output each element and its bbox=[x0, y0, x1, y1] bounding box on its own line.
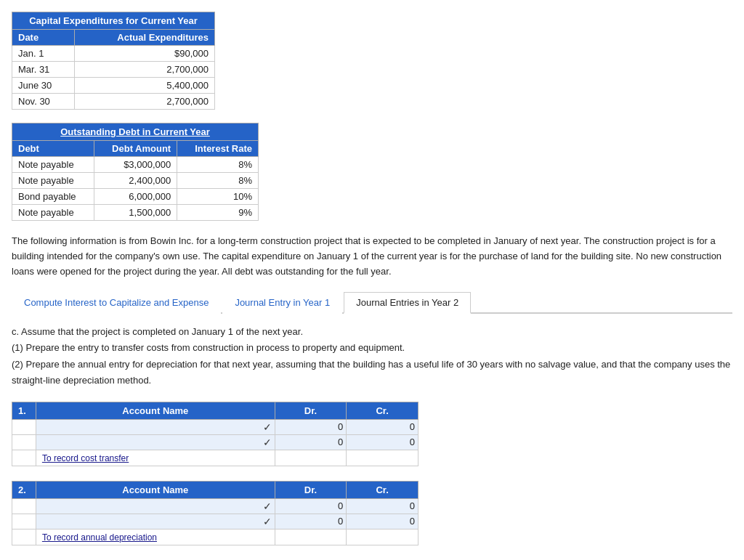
entry2-col-cr: Cr. bbox=[347, 481, 418, 498]
entry1-table: 1. Account Name Dr. Cr. ✓ 0 0 ✓ 0 0 bbox=[12, 402, 418, 466]
entry2-row1-dr[interactable]: 0 bbox=[275, 514, 347, 529]
entry1-row1-account: ✓ bbox=[36, 434, 275, 450]
entry2-section: 2. Account Name Dr. Cr. ✓ 0 0 ✓ 0 0 bbox=[12, 481, 732, 545]
debt-table-title: Outstanding Debt in Current Year bbox=[12, 123, 259, 141]
entry2-note-text: To record annual depreciation bbox=[36, 529, 275, 545]
entry2-row0-account: ✓ bbox=[36, 498, 275, 514]
instructions-line3: (2) Prepare the annual entry for depreci… bbox=[12, 357, 732, 389]
debt-amount-2: 6,000,000 bbox=[94, 189, 177, 205]
entry1-number: 1. bbox=[12, 402, 36, 419]
entry1-row0-dr[interactable]: 0 bbox=[275, 419, 347, 434]
cap-amount-1: 2,700,000 bbox=[74, 62, 214, 78]
entry1-row1-dr[interactable]: 0 bbox=[275, 434, 347, 450]
entry2-note-cr-blank bbox=[347, 529, 418, 545]
cap-col-amount: Actual Expenditures bbox=[74, 30, 214, 46]
debt-amount-1: 2,400,000 bbox=[94, 173, 177, 189]
entry1-section: 1. Account Name Dr. Cr. ✓ 0 0 ✓ 0 0 bbox=[12, 402, 732, 466]
instructions-line1: c. Assume that the project is completed … bbox=[12, 324, 732, 340]
entry1-row1-check bbox=[12, 434, 36, 450]
entry1-note-link[interactable]: To record cost transfer bbox=[42, 453, 129, 463]
description-text: The following information is from Bowin … bbox=[12, 234, 732, 279]
debt-rate-1: 8% bbox=[177, 173, 259, 189]
debt-debt-0: Note payable bbox=[12, 157, 94, 173]
entry2-note-link[interactable]: To record annual depreciation bbox=[42, 532, 157, 543]
entry2-col-dr: Dr. bbox=[275, 481, 347, 498]
entry1-note-text: To record cost transfer bbox=[36, 450, 275, 466]
entry2-note-indent bbox=[12, 529, 36, 545]
cap-amount-0: $90,000 bbox=[74, 46, 214, 62]
debt-amount-0: $3,000,000 bbox=[94, 157, 177, 173]
instructions-line2: (1) Prepare the entry to transfer costs … bbox=[12, 340, 732, 356]
entry1-row0-chevron[interactable]: ✓ bbox=[263, 421, 272, 433]
cap-date-1: Mar. 31 bbox=[12, 62, 75, 78]
debt-rate-3: 9% bbox=[177, 205, 259, 221]
cap-date-2: June 30 bbox=[12, 78, 75, 94]
entry2-row1-check bbox=[12, 514, 36, 529]
debt-table: Outstanding Debt in Current Year Debt De… bbox=[12, 123, 259, 221]
cap-amount-2: 5,400,000 bbox=[74, 78, 214, 94]
entry2-row0-check bbox=[12, 498, 36, 514]
tab-bar: Compute Interest to Capitalize and Expen… bbox=[12, 291, 732, 314]
entry1-col-dr: Dr. bbox=[275, 402, 347, 419]
entry1-row1-chevron[interactable]: ✓ bbox=[263, 437, 272, 448]
tab-year2[interactable]: Journal Entries in Year 2 bbox=[344, 292, 471, 314]
cap-amount-3: 2,700,000 bbox=[74, 94, 214, 110]
entry1-row1-cr[interactable]: 0 bbox=[347, 434, 418, 450]
cap-date-3: Nov. 30 bbox=[12, 94, 75, 110]
cap-col-date: Date bbox=[12, 30, 75, 46]
debt-debt-2: Bond payable bbox=[12, 189, 94, 205]
entry2-row1-account: ✓ bbox=[36, 514, 275, 529]
entry1-note-cr-blank bbox=[347, 450, 418, 466]
debt-debt-1: Note payable bbox=[12, 173, 94, 189]
entry2-row0-dr[interactable]: 0 bbox=[275, 498, 347, 514]
cap-date-0: Jan. 1 bbox=[12, 46, 75, 62]
debt-col-amount: Debt Amount bbox=[94, 141, 177, 157]
entry1-row0-cr[interactable]: 0 bbox=[347, 419, 418, 434]
debt-amount-3: 1,500,000 bbox=[94, 205, 177, 221]
tab-compute[interactable]: Compute Interest to Capitalize and Expen… bbox=[12, 292, 221, 314]
debt-rate-2: 10% bbox=[177, 189, 259, 205]
entry1-col-account: Account Name bbox=[36, 402, 275, 419]
cap-table-title: Capital Expenditures for Current Year bbox=[12, 12, 215, 30]
entry2-row0-cr[interactable]: 0 bbox=[347, 498, 418, 514]
entry1-note-indent bbox=[12, 450, 36, 466]
entry2-col-account: Account Name bbox=[36, 481, 275, 498]
debt-debt-3: Note payable bbox=[12, 205, 94, 221]
entry2-row0-chevron[interactable]: ✓ bbox=[263, 500, 272, 512]
debt-col-rate: Interest Rate bbox=[177, 141, 259, 157]
entry2-row1-chevron[interactable]: ✓ bbox=[263, 516, 272, 527]
entry2-note-dr-blank bbox=[275, 529, 347, 545]
entry1-note-dr-blank bbox=[275, 450, 347, 466]
debt-col-debt: Debt bbox=[12, 141, 94, 157]
entry1-row0-account: ✓ bbox=[36, 419, 275, 434]
entry2-number: 2. bbox=[12, 481, 36, 498]
entry2-row1-cr[interactable]: 0 bbox=[347, 514, 418, 529]
entry1-row0-check bbox=[12, 419, 36, 434]
tab-year1[interactable]: Journal Entry in Year 1 bbox=[222, 292, 342, 314]
entry2-table: 2. Account Name Dr. Cr. ✓ 0 0 ✓ 0 0 bbox=[12, 481, 418, 545]
capital-expenditures-table: Capital Expenditures for Current Year Da… bbox=[12, 12, 215, 110]
entry1-col-cr: Cr. bbox=[347, 402, 418, 419]
instructions-block: c. Assume that the project is completed … bbox=[12, 324, 732, 388]
debt-rate-0: 8% bbox=[177, 157, 259, 173]
